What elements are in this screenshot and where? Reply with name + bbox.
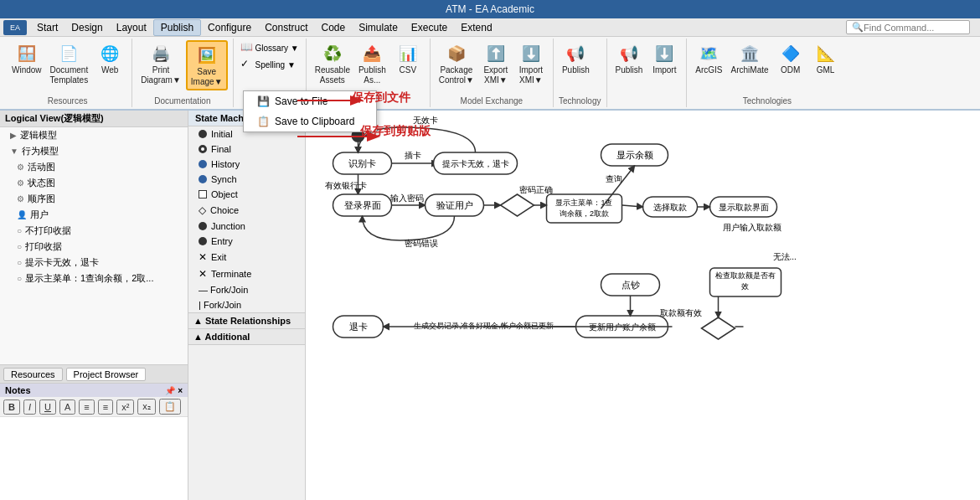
save-file-icon: 💾 xyxy=(257,95,270,107)
annotation-arrow-2 xyxy=(293,124,385,149)
ribbon-group-show: 🪟 Window 📄 DocumentTemplates 🌐 Web Resou… xyxy=(3,39,132,107)
object-item[interactable]: Object xyxy=(188,187,305,202)
tree-label-sequence: 顺序图 xyxy=(28,193,55,205)
fork-join-v-item[interactable]: | Fork/Join xyxy=(188,297,305,312)
ribbon-content: 🪟 Window 📄 DocumentTemplates 🌐 Web Resou… xyxy=(0,37,980,109)
exit-item[interactable]: ✕ Exit xyxy=(188,249,305,265)
fork-join-h-item[interactable]: — Fork/Join xyxy=(188,282,305,297)
import-button[interactable]: ⬇️ Import xyxy=(647,40,681,77)
tree-item-activity[interactable]: ⚙ 活动图 xyxy=(0,159,188,175)
node-decision2[interactable] xyxy=(702,317,735,339)
menu-publish[interactable]: Publish xyxy=(153,19,201,36)
notes-subscript[interactable]: x₂ xyxy=(137,399,156,415)
notes-list1[interactable]: ≡ xyxy=(79,399,94,415)
menu-layout[interactable]: Layout xyxy=(110,20,153,35)
notes-underline[interactable]: U xyxy=(39,399,56,415)
terminate-icon: ✕ xyxy=(199,268,207,280)
tree-label-noprint: 不打印收据 xyxy=(25,224,71,237)
tree-item-print[interactable]: ○ 打印收据 xyxy=(0,239,188,255)
notes-list2[interactable]: ≡ xyxy=(98,399,113,415)
label-query: 查询 xyxy=(606,174,622,183)
resources-tab[interactable]: Resources xyxy=(3,368,63,381)
menu-execute[interactable]: Execute xyxy=(405,20,454,35)
svg-line-8 xyxy=(622,205,643,207)
notes-superscript[interactable]: x² xyxy=(116,399,134,415)
archimate-button[interactable]: 🏛️ ArchiMate xyxy=(728,40,772,77)
synch-item[interactable]: Synch xyxy=(188,172,305,187)
notes-italic[interactable]: I xyxy=(23,399,36,415)
web-button[interactable]: 🌐 Web xyxy=(93,40,126,77)
export-xmi-label: ExportXMI▼ xyxy=(483,65,508,85)
document-templates-button[interactable]: 📄 DocumentTemplates xyxy=(47,40,92,87)
node-decision1[interactable] xyxy=(501,194,534,216)
package-control-button[interactable]: 📦 PackageControl▼ xyxy=(436,40,477,87)
node-invalid-label: 提示卡无效，退卡 xyxy=(442,159,509,168)
title-text: ATM - EA Academic xyxy=(446,3,534,15)
publish-tech-button[interactable]: 📢 Publish xyxy=(559,40,593,77)
bottom-tabs: Resources Project Browser xyxy=(0,364,188,383)
notes-body[interactable] xyxy=(0,417,188,492)
import-label: Import xyxy=(652,65,676,75)
csv-button[interactable]: 📊 CSV xyxy=(391,40,425,77)
reusable-assets-button[interactable]: ♻️ ReusableAssets xyxy=(312,40,353,87)
node-main-menu-label2: 询余额，2取款 xyxy=(560,209,609,218)
menu-design[interactable]: Design xyxy=(64,20,109,35)
tree-item-invalid[interactable]: ○ 提示卡无效，退卡 xyxy=(0,255,188,271)
save-image-icon: 🖼️ xyxy=(195,44,219,67)
choice-item[interactable]: ◇ Choice xyxy=(188,202,305,219)
menu-construct[interactable]: Construct xyxy=(258,20,314,35)
tree-item-logical[interactable]: ▶ 逻辑模型 xyxy=(0,127,188,143)
save-clipboard-icon: 📋 xyxy=(257,116,270,127)
technologies-group-label: Technologies xyxy=(692,96,842,106)
history-item[interactable]: History xyxy=(188,157,305,172)
publish-button[interactable]: 📢 Publish xyxy=(612,40,647,77)
state-relationships-label: ▲ State Relationships xyxy=(193,316,291,326)
tree-icon-logical: ▶ xyxy=(10,131,17,140)
print-diagram-button[interactable]: 🖨️ PrintDiagram▼ xyxy=(137,40,184,87)
window-button[interactable]: 🪟 Window xyxy=(8,40,45,77)
save-image-button[interactable]: 🖼️ SaveImage▼ xyxy=(186,40,228,90)
tree-item-noprint[interactable]: ○ 不打印收据 xyxy=(0,223,188,239)
spelling-button[interactable]: ✓ Spelling ▼ xyxy=(239,57,301,72)
junction-item[interactable]: Junction xyxy=(188,219,305,234)
menu-start[interactable]: Start xyxy=(30,20,64,35)
state-relationships-section[interactable]: ▲ State Relationships xyxy=(188,312,305,329)
notes-color[interactable]: A xyxy=(59,399,75,415)
node-login-label: 登录界面 xyxy=(344,200,381,210)
import-xmi-button[interactable]: ⬇️ ImportXMI▼ xyxy=(514,40,548,87)
notes-bold[interactable]: B xyxy=(3,399,20,415)
search-input[interactable] xyxy=(864,23,964,33)
tree-item-behavior[interactable]: ▼ 行为模型 xyxy=(0,143,188,159)
glossary-button[interactable]: 📖 Glossary ▼ xyxy=(239,40,301,55)
doc-templates-label: DocumentTemplates xyxy=(50,65,89,85)
glossary-icon: 📖 xyxy=(240,41,254,54)
junction-label: Junction xyxy=(211,221,245,231)
tree-item-user[interactable]: 👤 用户 xyxy=(0,207,188,223)
notes-clipboard[interactable]: 📋 xyxy=(159,399,181,415)
label-valid-bank: 有效银行卡 xyxy=(325,181,367,190)
menu-extend[interactable]: Extend xyxy=(454,20,498,35)
menu-simulate[interactable]: Simulate xyxy=(352,20,405,35)
tree-item-mainmenu[interactable]: ○ 显示主菜单：1查询余额，2取... xyxy=(0,271,188,286)
title-bar: ATM - EA Academic xyxy=(0,0,980,18)
export-xmi-button[interactable]: ⬆️ ExportXMI▼ xyxy=(479,40,513,87)
odm-button[interactable]: 🔷 ODM xyxy=(774,40,807,77)
junction-icon xyxy=(199,222,207,230)
entry-item[interactable]: Entry xyxy=(188,234,305,249)
gml-button[interactable]: 📐 GML xyxy=(809,40,843,77)
project-browser-tab[interactable]: Project Browser xyxy=(66,368,147,381)
arcgis-button[interactable]: 🗺️ ArcGIS xyxy=(692,40,725,77)
publish-as-button[interactable]: 📤 PublishAs... xyxy=(355,40,389,87)
terminate-item[interactable]: ✕ Terminate xyxy=(188,265,305,282)
publish-as-icon: 📤 xyxy=(360,42,384,65)
tree-item-sequence[interactable]: ⚙ 顺序图 xyxy=(0,191,188,207)
tree-label-logical: 逻辑模型 xyxy=(20,129,57,142)
tree-label-invalid: 提示卡无效，退卡 xyxy=(25,256,99,269)
final-item[interactable]: Final xyxy=(188,142,305,157)
menu-configure[interactable]: Configure xyxy=(201,20,258,35)
initial-icon xyxy=(199,130,207,138)
tree-item-state[interactable]: ⚙ 状态图 xyxy=(0,175,188,191)
diagram-area[interactable]: 识别卡 插卡 提示卡无效，退卡 有效银行卡 无效卡 显示余额 查询 登录界面 xyxy=(306,111,980,500)
additional-section[interactable]: ▲ Additional xyxy=(188,329,305,345)
menu-code[interactable]: Code xyxy=(314,20,352,35)
